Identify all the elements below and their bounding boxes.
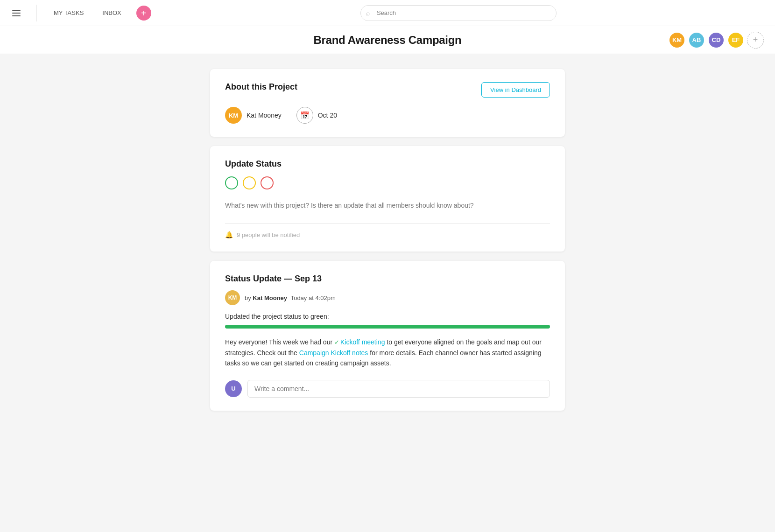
author-name: Kat Mooney — [253, 294, 287, 301]
owner-name: Kat Mooney — [247, 112, 282, 119]
comment-area: U — [225, 380, 550, 398]
status-update-card: Status Update — Sep 13 KM by Kat Mooney … — [210, 261, 565, 411]
status-red[interactable] — [261, 176, 274, 189]
main-content: About this Project View in Dashboard KM … — [201, 54, 574, 426]
about-title: About this Project — [225, 82, 297, 92]
my-tasks-link[interactable]: MY TASKS — [50, 7, 87, 19]
search-bar: ⌕ — [151, 5, 766, 21]
update-body: Hey everyone! This week we had our ✓Kick… — [225, 337, 550, 369]
status-circles — [225, 176, 550, 189]
avatar-kat[interactable]: KM — [669, 32, 685, 49]
status-green[interactable] — [225, 176, 238, 189]
about-project-card: About this Project View in Dashboard KM … — [210, 69, 565, 137]
author-info: by Kat Mooney Today at 4:02pm — [245, 294, 336, 301]
status-update-title: Status Update — Sep 13 — [225, 274, 550, 284]
checkmark-icon: ✓ — [334, 339, 339, 346]
avatar-user4[interactable]: EF — [727, 32, 744, 49]
search-input-wrap: ⌕ — [360, 5, 557, 21]
about-header: About this Project View in Dashboard — [225, 82, 550, 98]
notify-text: 9 people will be notified — [237, 231, 300, 238]
author-row: KM by Kat Mooney Today at 4:02pm — [225, 290, 550, 305]
owner-initials: KM — [229, 112, 238, 119]
kickoff-notes-link[interactable]: Campaign Kickoff notes — [299, 349, 368, 357]
project-title: Brand Awareness Campaign — [314, 34, 462, 47]
update-timestamp: Today at 4:02pm — [291, 294, 336, 301]
inbox-link[interactable]: INBOX — [99, 7, 125, 19]
add-button[interactable]: + — [136, 6, 151, 21]
bell-icon: 🔔 — [225, 231, 233, 238]
avatar-user2[interactable]: AB — [688, 32, 705, 49]
avatar-user3[interactable]: CD — [708, 32, 725, 49]
hamburger-menu[interactable] — [9, 7, 23, 19]
kickoff-meeting-link[interactable]: Kickoff meeting — [340, 338, 385, 346]
search-icon: ⌕ — [366, 9, 370, 17]
about-meta: KM Kat Mooney 📅 Oct 20 — [225, 107, 550, 124]
owner-meta: KM Kat Mooney — [225, 107, 282, 124]
comment-user-initials: U — [231, 385, 235, 392]
calendar-icon: 📅 — [296, 107, 313, 124]
author-avatar: KM — [225, 290, 240, 305]
search-input[interactable] — [360, 5, 557, 21]
notify-row: 🔔 9 people will be notified — [225, 231, 550, 238]
author-prefix: by — [245, 294, 251, 301]
date-meta: 📅 Oct 20 — [296, 107, 337, 124]
nav-divider — [36, 5, 37, 21]
project-header: Brand Awareness Campaign KM AB CD EF + — [0, 26, 775, 54]
comment-input[interactable] — [247, 380, 550, 398]
due-date: Oct 20 — [318, 112, 337, 119]
top-nav: MY TASKS INBOX + ⌕ — [0, 0, 775, 26]
body-intro: Hey everyone! This week we had our — [225, 338, 334, 346]
status-yellow[interactable] — [243, 176, 256, 189]
update-status-title: Update Status — [225, 159, 550, 169]
plus-icon: + — [141, 8, 147, 18]
view-dashboard-button[interactable]: View in Dashboard — [481, 82, 550, 98]
owner-avatar: KM — [225, 107, 242, 124]
nav-left: MY TASKS INBOX + — [9, 5, 151, 21]
update-status-card: Update Status 🔔 9 people will be notifie… — [210, 146, 565, 252]
green-progress-bar — [225, 325, 550, 329]
status-indicator-text: Updated the project status to green: — [225, 313, 550, 320]
status-textarea-wrap — [225, 197, 550, 224]
team-avatars: KM AB CD EF + — [669, 32, 764, 49]
status-textarea[interactable] — [225, 197, 550, 221]
add-member-button[interactable]: + — [747, 32, 764, 49]
current-user-avatar: U — [225, 380, 242, 397]
